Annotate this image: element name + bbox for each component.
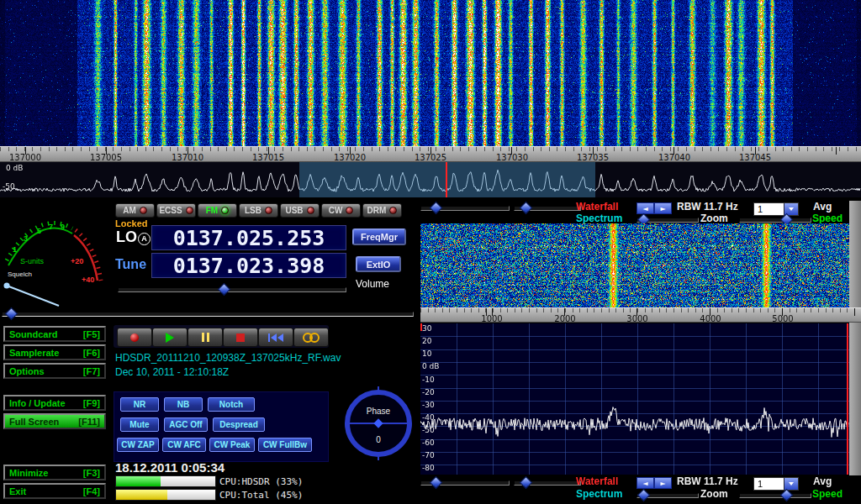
mode-button-lsb[interactable]: LSB	[239, 203, 278, 218]
menu-button-minimize[interactable]: Minimize[F3]	[3, 465, 106, 480]
scale-label: 3000	[626, 314, 647, 323]
mode-label: LSB	[245, 206, 261, 215]
menu-label: Samplerate	[9, 348, 59, 358]
shift-right-button[interactable]: ►	[654, 202, 672, 214]
spectrum-mode-label-bottom[interactable]: Spectrum	[576, 488, 622, 500]
mode-button-usb[interactable]: USB	[280, 203, 320, 218]
cpu-total-text: CPU:Total (45%)	[219, 490, 303, 501]
waterfall-brightness-slider-bottom[interactable]	[420, 480, 510, 486]
lo-label: LO	[116, 228, 137, 246]
volume-slider[interactable]	[118, 287, 346, 292]
stop-button[interactable]	[223, 328, 258, 347]
speed-slider-top[interactable]	[739, 218, 811, 223]
mode-button-drm[interactable]: DRM	[362, 203, 402, 218]
recording-timestamp: Dec 10, 2011 - 12:10:18Z	[115, 366, 229, 378]
menu-fkey: [F9]	[83, 398, 100, 408]
db-label: -10	[422, 375, 435, 384]
notch-button[interactable]: Notch	[208, 397, 255, 412]
waterfall-contrast-slider[interactable]	[514, 206, 581, 211]
loop-button[interactable]	[293, 328, 329, 347]
db-label: -20	[422, 388, 435, 396]
menu-button-options[interactable]: Options[F7]	[3, 363, 106, 379]
audio-spectrum[interactable]	[420, 323, 849, 475]
speed-label-top: Speed	[812, 213, 843, 224]
mode-led-icon	[186, 207, 193, 214]
menu-button-exit[interactable]: Exit[F4]	[3, 483, 106, 499]
shift-left-button[interactable]: ◄	[637, 202, 654, 214]
rewind-button[interactable]	[258, 328, 293, 347]
pause-icon	[202, 333, 209, 342]
main-spectrum[interactable]	[0, 162, 861, 197]
avg-count-select-bottom[interactable]: 1	[753, 477, 799, 491]
volume-slider-thumb[interactable]	[218, 283, 231, 297]
lo-a-badge[interactable]: A	[138, 233, 151, 245]
rbw-label-bottom: RBW 11.7 Hz	[677, 475, 738, 487]
smeter-tick-label: 9	[61, 223, 65, 231]
squelch-slider-thumb[interactable]	[5, 307, 18, 321]
mode-led-icon	[140, 207, 147, 214]
mode-label: FM	[206, 206, 218, 215]
slider-thumb[interactable]	[637, 489, 651, 502]
rf-frequency-scale[interactable]: 137000 137005 137010 137015 137020 13702…	[0, 146, 861, 162]
zoom-slider-bottom[interactable]	[637, 493, 699, 498]
slider-thumb[interactable]	[430, 476, 443, 490]
zoom-label-bottom: Zoom	[700, 488, 728, 500]
lo-frequency-display[interactable]: 0137.025.253	[151, 225, 346, 250]
avg-label-top: Avg	[813, 201, 832, 213]
play-button[interactable]	[152, 328, 188, 347]
slider-thumb[interactable]	[520, 476, 533, 490]
cpu-hdsdr-text: CPU:HDSDR (33%)	[219, 476, 303, 487]
menu-fkey: [F11]	[78, 417, 100, 427]
speed-slider-bottom[interactable]	[739, 493, 811, 498]
waterfall-mode-label-top[interactable]: Waterfall	[576, 201, 618, 213]
slider-thumb[interactable]	[430, 202, 443, 215]
menu-button-samplerate[interactable]: Samplerate[F6]	[3, 344, 106, 360]
freqmgr-button[interactable]: FreqMgr	[352, 228, 406, 245]
smeter-squelch-label: Squelch	[8, 270, 32, 278]
scale-label: 137025	[415, 153, 446, 162]
tune-frequency-display[interactable]: 0137.023.398	[151, 253, 346, 278]
record-button[interactable]	[117, 328, 152, 347]
waterfall-mode-label-bottom[interactable]: Waterfall	[576, 475, 618, 487]
extio-button[interactable]: ExtIO	[356, 256, 401, 272]
menu-button-soundcard[interactable]: Soundcard[F5]	[3, 326, 106, 342]
mode-button-cw[interactable]: CW	[321, 203, 361, 218]
mode-led-icon	[221, 207, 229, 214]
slider-thumb[interactable]	[520, 202, 533, 215]
nb-button[interactable]: NB	[164, 397, 203, 412]
play-icon	[166, 333, 174, 343]
agc-button[interactable]: AGC Off	[164, 417, 208, 432]
cw-zap-button[interactable]: CW ZAP	[117, 438, 159, 452]
slider-thumb[interactable]	[780, 489, 794, 502]
shift-left-button[interactable]: ◄	[637, 477, 654, 489]
mute-button[interactable]: Mute	[120, 417, 159, 432]
cw-fullbw-button[interactable]: CW FullBw	[258, 438, 312, 452]
mode-button-ecss[interactable]: ECSS	[156, 203, 196, 218]
menu-button-info-update[interactable]: Info / Update[F9]	[3, 395, 106, 411]
cw-afc-button[interactable]: CW AFC	[162, 438, 206, 452]
waterfall-brightness-slider[interactable]	[420, 206, 510, 211]
mode-button-am[interactable]: AM	[115, 203, 155, 218]
scale-label: 4000	[700, 314, 721, 323]
waterfall-contrast-slider-bottom[interactable]	[514, 480, 581, 486]
smeter-tick-label-red: +20	[71, 257, 83, 265]
squelch-slider[interactable]	[2, 312, 414, 317]
smeter-tick-label: 5	[37, 227, 41, 235]
phase-dial[interactable]: Phase 0	[341, 386, 415, 460]
pause-button[interactable]	[188, 328, 223, 347]
shift-right-button[interactable]: ►	[654, 477, 672, 489]
main-waterfall[interactable]	[0, 0, 861, 146]
spectrum-mode-label-top[interactable]: Spectrum	[576, 213, 622, 224]
despread-button[interactable]: Despread	[213, 417, 265, 432]
menu-label: Exit	[9, 486, 26, 496]
cw-peak-button[interactable]: CW Peak	[209, 438, 255, 452]
avg-count-select-top[interactable]: 1	[753, 202, 799, 216]
zoom-slider-top[interactable]	[637, 218, 699, 223]
mode-button-fm[interactable]: FM	[198, 203, 237, 218]
audio-waterfall[interactable]	[420, 223, 849, 307]
mode-led-icon	[307, 207, 314, 214]
nr-button[interactable]: NR	[120, 397, 159, 412]
menu-button-fullscreen[interactable]: Full Screen[F11]	[3, 413, 106, 429]
audio-frequency-scale[interactable]: 1000 2000 3000 4000 5000	[420, 307, 861, 323]
mode-label: USB	[285, 206, 303, 215]
